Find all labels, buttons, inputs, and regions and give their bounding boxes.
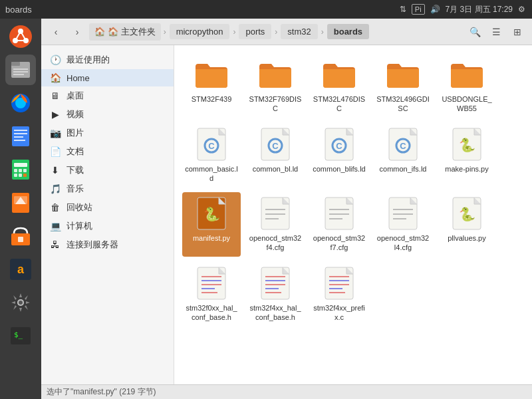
sidebar-item-network[interactable]: 🖧 连接到服务器 [41, 235, 174, 254]
address-bar: 🏠 🏠 主文件夹 › micropython › ports › stm32 ›… [89, 23, 463, 41]
status-bar: 选中了"manifest.py" (219 字节) [41, 384, 532, 399]
sep3: › [273, 27, 279, 37]
file-name: STM32L496GDISC [376, 94, 430, 114]
dock-terminal[interactable]: $_ [5, 321, 36, 351]
file-item[interactable]: 🐍 pllvalues.py [438, 192, 496, 257]
clock-icon: 🕐 [49, 55, 61, 65]
network-icon: 🖧 [49, 239, 61, 250]
file-item[interactable]: C common_ifs.ld [374, 123, 432, 188]
file-icon [386, 57, 420, 92]
svg-rect-9 [13, 68, 28, 70]
sort-icon: ⇅ [400, 5, 406, 14]
sidebar-item-documents[interactable]: 📄 文档 [41, 142, 174, 161]
sidebar-label-documents: 文档 [66, 146, 84, 158]
file-icon: C [194, 127, 229, 162]
file-item[interactable]: openocd_stm32f4.cfg [246, 192, 305, 257]
breadcrumb-home[interactable]: 🏠 🏠 主文件夹 [89, 23, 161, 41]
sidebar-item-video[interactable]: ▶ 视频 [41, 105, 174, 124]
file-item[interactable]: STM32F439 [182, 53, 241, 118]
sidebar-label-pictures: 图片 [66, 127, 84, 139]
breadcrumb-item-boards[interactable]: boards [327, 24, 369, 39]
file-name: STM32F769DISC [249, 94, 302, 114]
breadcrumb-item-stm32[interactable]: stm32 [281, 24, 317, 39]
file-name: USBDONGLE_WB55 [440, 94, 493, 114]
dock-ubuntu[interactable] [5, 21, 36, 52]
sidebar-label-trash: 回收站 [66, 201, 92, 213]
svg-point-36 [19, 301, 23, 305]
dock-impress[interactable] [5, 188, 36, 218]
dock-files[interactable] [5, 55, 36, 85]
file-icon [194, 266, 229, 301]
sidebar-item-trash[interactable]: 🗑 回收站 [41, 198, 174, 217]
file-icon [258, 57, 293, 92]
search-button[interactable]: 🔍 [466, 23, 484, 41]
svg-rect-18 [14, 140, 25, 141]
file-item[interactable]: stm32f0xx_hal_conf_base.h [182, 262, 241, 327]
sidebar: 🕐 最近使用的 🏠 Home 🖥 桌面 ▶ 视频 📷 图片 [41, 45, 174, 384]
grid-view-button[interactable]: ⊞ [508, 23, 527, 41]
sidebar-label-downloads: 下载 [66, 164, 84, 176]
file-item[interactable]: C common_blifs.ld [310, 123, 368, 188]
download-icon: ⬇ [49, 165, 61, 176]
trash-icon: 🗑 [49, 202, 61, 213]
file-item[interactable]: USBDONGLE_WB55 [438, 53, 496, 118]
file-icon: 🐍 [194, 196, 229, 231]
file-icon: 🐍 [450, 196, 484, 231]
svg-text:🐍: 🐍 [459, 137, 475, 153]
breadcrumb-item-micropython[interactable]: micropython [170, 24, 230, 39]
file-item[interactable]: C common_bl.ld [246, 123, 305, 188]
file-name: common_blifs.ld [313, 164, 365, 174]
file-name: stm32f0xx_hal_conf_base.h [185, 303, 238, 323]
sidebar-item-music[interactable]: 🎵 音乐 [41, 180, 174, 198]
forward-button[interactable]: › [68, 23, 86, 41]
settings-tray-icon[interactable]: ⚙ [518, 5, 525, 14]
svg-text:🐍: 🐍 [203, 206, 220, 222]
dock-settings[interactable] [5, 287, 36, 318]
file-item[interactable]: STM32L496GDISC [374, 53, 432, 118]
dock-amazon[interactable]: a [5, 254, 36, 285]
file-item[interactable]: stm32f4xx_hal_conf_base.h [246, 262, 305, 327]
sidebar-item-computer[interactable]: 💻 计算机 [41, 217, 174, 235]
svg-rect-17 [14, 136, 23, 138]
svg-rect-15 [14, 130, 27, 131]
dock-store[interactable] [5, 221, 36, 251]
dock-writer[interactable] [5, 121, 36, 152]
file-name: common_ifs.ld [380, 164, 427, 174]
file-item[interactable]: STM32F769DISC [246, 53, 305, 118]
sidebar-label-recent: 最近使用的 [66, 54, 110, 66]
file-icon: 🐍 [450, 127, 484, 162]
sidebar-label-network: 连接到服务器 [66, 239, 118, 251]
dock-firefox[interactable] [5, 88, 36, 118]
main-area: 🕐 最近使用的 🏠 Home 🖥 桌面 ▶ 视频 📷 图片 [41, 45, 532, 384]
file-icon [258, 196, 293, 231]
dock-calc[interactable] [5, 154, 36, 185]
file-manager: ‹ › 🏠 🏠 主文件夹 › micropython › ports › stm… [41, 19, 532, 399]
file-item[interactable]: STM32L476DISC [310, 53, 368, 118]
sidebar-item-recent[interactable]: 🕐 最近使用的 [41, 51, 174, 69]
file-icon [322, 196, 356, 231]
svg-rect-23 [23, 169, 27, 172]
sidebar-item-pictures[interactable]: 📷 图片 [41, 124, 174, 142]
sidebar-item-desktop[interactable]: 🖥 桌面 [41, 86, 174, 105]
file-item[interactable]: 🐍 make-pins.py [438, 123, 496, 188]
back-button[interactable]: ‹ [47, 23, 65, 41]
breadcrumb-item-home: 🏠 主文件夹 [108, 26, 156, 38]
sep2: › [231, 27, 237, 37]
sidebar-item-home[interactable]: 🏠 Home [41, 69, 174, 86]
file-item[interactable]: 🐍 manifest.py [182, 192, 241, 257]
file-item[interactable]: openocd_stm32l4.cfg [374, 192, 432, 257]
file-list: STM32F439 STM32F769DISC STM32L476DISC ST… [174, 45, 532, 384]
sidebar-item-downloads[interactable]: ⬇ 下载 [41, 161, 174, 180]
breadcrumb-item-ports[interactable]: ports [239, 24, 271, 39]
file-icon [258, 266, 293, 301]
svg-text:🐍: 🐍 [459, 206, 475, 222]
svg-rect-16 [14, 133, 27, 134]
list-view-button[interactable]: ☰ [487, 23, 505, 41]
file-item[interactable]: stm32f4xx_prefix.c [310, 262, 368, 327]
svg-rect-26 [23, 174, 27, 177]
sidebar-label-computer: 计算机 [66, 220, 92, 232]
file-item[interactable]: C common_basic.ld [182, 123, 241, 188]
home-icon: 🏠 [94, 27, 105, 37]
file-item[interactable]: openocd_stm32f7.cfg [310, 192, 368, 257]
svg-text:C: C [336, 141, 342, 151]
